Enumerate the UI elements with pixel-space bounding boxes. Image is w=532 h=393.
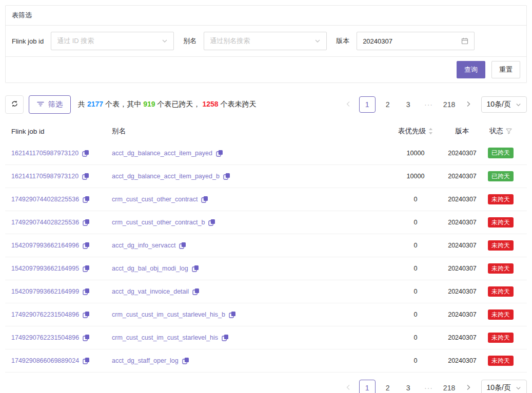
alias-link[interactable]: crm_cust_cust_other_contract [112,196,198,203]
copy-icon[interactable] [192,265,199,272]
filter-card-footer: 查询 重置 [6,56,526,82]
chevron-down-icon [162,38,168,44]
stats-mid2: 个表已跨天， [157,100,201,108]
column-header-flink-job-id[interactable]: Flink job id [11,128,112,135]
pagination-next[interactable] [462,96,475,113]
copy-icon[interactable] [83,242,90,249]
version-cell: 20240307 [444,173,481,180]
job-id-link[interactable]: 1542097993662164999 [11,288,79,295]
filter-button[interactable]: 筛选 [29,95,71,114]
alias-cell: crm_cust_cust_other_contract [112,196,387,203]
table-body: 1621411705987973120 acct_dg_balance_acct… [5,141,527,373]
query-button[interactable]: 查询 [457,61,485,78]
column-header-priority-label: 表优先级 [398,127,426,136]
copy-icon[interactable] [83,265,90,272]
reset-button[interactable]: 重置 [491,61,520,78]
alias-link[interactable]: acct_dg_staff_oper_log [112,357,179,364]
alias-link[interactable]: crm_cust_cust_im_cust_starlevel_his [112,334,218,341]
status-cell: 未跨天 [481,217,521,227]
alias-link[interactable]: crm_cust_cust_other_contract_b [112,219,205,226]
pagination-prev[interactable] [342,380,355,393]
page-size-select[interactable]: 10条/页 [481,96,527,113]
alias-link[interactable]: crm_cust_cust_im_cust_starlevel_his_b [112,311,225,318]
copy-icon[interactable] [83,288,90,295]
copy-icon[interactable] [208,219,215,226]
chevron-down-icon [516,102,521,108]
column-header-version-label: 版本 [456,127,469,136]
filter-button-label: 筛选 [48,100,63,109]
column-header-status[interactable]: 状态 [481,127,521,136]
status-cell: 未跨天 [481,286,521,297]
flink-job-id-select[interactable]: 通过 ID 搜索 [51,32,174,50]
copy-icon[interactable] [182,357,189,364]
alias-cell: crm_cust_cust_other_contract_b [112,219,387,226]
pagination-prev[interactable] [342,96,355,113]
status-cell: 未跨天 [481,240,521,251]
pagination-page-2[interactable]: 2 [380,380,396,393]
copy-icon[interactable] [83,311,90,318]
copy-icon[interactable] [83,357,90,364]
alias-select[interactable]: 通过别名搜索 [204,32,327,50]
copy-icon[interactable] [83,334,90,341]
copy-icon[interactable] [82,150,89,157]
priority-cell: 10000 [387,173,444,180]
filter-lines-icon [37,100,44,109]
job-id-link[interactable]: 1542097993662164995 [11,265,79,272]
stats-summary: 共2177个表，其中919个表已跨天，1258个表未跨天 [78,100,257,109]
alias-link[interactable]: acct_dg_balance_acct_item_payed_b [112,173,220,180]
job-id-link[interactable]: 1749290744028225536 [11,196,79,203]
alias-link[interactable]: acct_dg_info_servacct [112,242,175,249]
page-size-select[interactable]: 10条/页 [481,380,527,393]
copy-icon[interactable] [201,196,208,203]
version-date-input[interactable]: 20240307 [357,32,475,50]
job-id-link[interactable]: 1621411705987973120 [11,150,78,157]
pagination-page-3[interactable]: 3 [400,380,417,393]
alias-link[interactable]: acct_dg_vat_invoice_detail [112,288,189,295]
filter-card: 表筛选 Flink job id 通过 ID 搜索 别名 通过别名搜索 [5,5,527,83]
version-cell: 20240307 [444,242,481,249]
column-header-alias[interactable]: 别名 [112,127,387,136]
copy-icon[interactable] [222,334,229,341]
pagination-page-1[interactable]: 1 [359,96,376,113]
status-badge: 未跨天 [488,217,514,227]
field-version: 版本 20240307 [336,32,475,50]
alias-link[interactable]: acct_dg_bal_obj_modi_log [112,265,188,272]
pagination-page-218[interactable]: 218 [441,380,458,393]
version-cell: 20240307 [444,265,481,272]
job-id-link[interactable]: 1621411705987973120 [11,173,78,180]
funnel-filter-icon[interactable] [506,128,512,134]
status-badge: 未跨天 [488,194,514,204]
job-id-link[interactable]: 1749290866069889024 [11,357,79,364]
refresh-button[interactable] [5,95,24,114]
table-row: 1542097993662164999 acct_dg_vat_invoice_… [5,280,527,303]
copy-icon[interactable] [82,173,89,180]
job-id-link[interactable]: 1749290762231504896 [11,311,79,318]
copy-icon[interactable] [83,219,90,226]
priority-cell: 0 [387,219,444,226]
data-table: Flink job id 别名 表优先级 版本 状态 1621411705987… [5,121,527,373]
job-id-link[interactable]: 1542097993662164996 [11,242,79,249]
column-header-version[interactable]: 版本 [444,127,481,136]
copy-icon[interactable] [216,150,223,157]
job-id-link[interactable]: 1749290744028225536 [11,219,79,226]
copy-icon[interactable] [192,288,200,295]
pagination-page-218[interactable]: 218 [441,96,458,113]
alias-link[interactable]: acct_dg_balance_acct_item_payed [112,150,212,157]
column-header-priority[interactable]: 表优先级 [387,127,444,136]
copy-icon[interactable] [223,173,230,180]
sorter-icon[interactable] [428,128,433,135]
pagination-page-3[interactable]: 3 [400,96,417,113]
copy-icon[interactable] [179,242,186,249]
flink-job-id-placeholder: 通过 ID 搜索 [57,36,94,46]
pagination-page-1[interactable]: 1 [359,380,376,393]
pagination-next[interactable] [462,380,475,393]
copy-icon[interactable] [229,311,236,318]
copy-icon[interactable] [83,196,90,203]
version-cell: 20240307 [444,219,481,226]
alias-cell: acct_dg_staff_oper_log [112,357,387,364]
pagination-page-2[interactable]: 2 [380,96,396,113]
field-flink-job-id: Flink job id 通过 ID 搜索 [12,32,174,50]
job-id-link[interactable]: 1749290762231504896 [11,334,79,341]
pagination-pages: 123···218 [359,380,458,393]
pagination-pages: 123···218 [359,96,458,113]
